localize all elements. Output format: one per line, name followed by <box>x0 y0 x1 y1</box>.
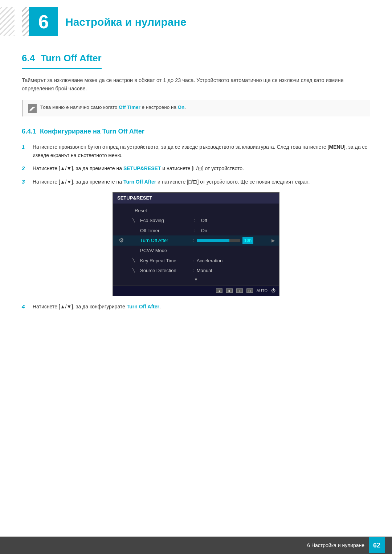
note-icon <box>28 104 37 113</box>
header-stripe-decoration <box>0 7 15 36</box>
osd-btn-enter: ⊡ <box>246 288 253 293</box>
osd-branch-source: ╲ <box>132 267 135 274</box>
osd-title: SETUP&RESET <box>113 193 279 204</box>
osd-rows-wrapper: Reset ╲ Eco Saving : Off <box>113 206 279 283</box>
step-4-number: 4 <box>22 303 33 311</box>
step-1-text: Натиснете произволен бутон отпред на уст… <box>33 143 370 159</box>
step-3: 3 Натиснете [▲/▼], за да преминете на Tu… <box>22 178 370 186</box>
step-2: 2 Натиснете [▲/▼], за да преминете на SE… <box>22 164 370 173</box>
note-text-end: . <box>184 104 186 110</box>
intro-paragraph: Таймерът за изключване може да се настро… <box>22 76 370 93</box>
section-number: 6.4 <box>22 53 35 63</box>
osd-row-off-timer: Off Timer : On <box>113 226 279 236</box>
osd-value-eco-saving: Off <box>201 217 207 224</box>
note-text-before: Това меню е налично само когато <box>40 104 119 110</box>
osd-gear-indicator: ⚙ <box>119 236 124 245</box>
osd-arrow-right: ▶ <box>271 237 275 244</box>
osd-progress-container: 10h <box>197 237 254 244</box>
step-3-text: Натиснете [▲/▼], за да преминете на Turn… <box>33 178 310 186</box>
subsection-number: 6.4.1 <box>22 128 36 135</box>
osd-row-source-detection: ╲ Source Detection : Manual <box>113 266 279 276</box>
main-content: 6.4Turn Off After Таймерът за изключване… <box>0 51 392 311</box>
osd-label-key-repeat: Key Repeat Time <box>140 257 191 264</box>
osd-btn-plus: ＋ <box>236 288 243 293</box>
step-2-bold: SETUP&RESET <box>123 165 161 171</box>
note-highlight-on: On <box>178 104 185 110</box>
osd-label-reset: Reset <box>135 207 185 214</box>
osd-btn-power: ⏻ <box>271 287 275 294</box>
note-text: Това меню е налично само когато Off Time… <box>40 104 186 111</box>
subsection-title-text: Конфигуриране на Turn Off After <box>40 128 144 135</box>
section-title-text: Turn Off After <box>41 53 102 63</box>
osd-progress-label: 10h <box>242 237 254 244</box>
chapter-number: 6 <box>38 8 49 36</box>
osd-label-pcav-mode: PC/AV Mode <box>140 247 191 254</box>
osd-row-pcav-mode: PC/AV Mode <box>113 246 279 256</box>
step-3-number: 3 <box>22 178 33 186</box>
step-4-bold: Turn Off After <box>127 304 159 309</box>
subsection-title: 6.4.1 Конфигуриране на Turn Off After <box>22 127 370 136</box>
chapter-title: Настройка и нулиране <box>65 14 186 30</box>
section-title: 6.4Turn Off After <box>22 51 102 69</box>
osd-value-key-repeat: Acceleration <box>197 257 223 264</box>
step-1-bold: MENU <box>329 144 344 150</box>
osd-row-key-repeat: ╲ Key Repeat Time : Acceleration <box>113 256 279 266</box>
note-text-middle: е настроено на <box>140 104 178 110</box>
steps-list: 1 Натиснете произволен бутон отпред на у… <box>22 143 370 311</box>
osd-branch-key: ╲ <box>132 257 135 264</box>
osd-label-eco-saving: Eco Saving <box>140 217 191 224</box>
note-highlight-off-timer: Off Timer <box>119 104 140 110</box>
footer-page-number: 62 <box>369 537 385 553</box>
osd-progress-fill <box>197 239 229 242</box>
osd-value-source-detection: Manual <box>197 267 212 274</box>
step-1: 1 Натиснете произволен бутон отпред на у… <box>22 143 370 159</box>
osd-btn-minus: ■ <box>226 288 233 293</box>
osd-more-indicator: ▼ <box>113 276 279 283</box>
osd-menu: SETUP&RESET Reset ╲ Eco Savin <box>113 192 279 296</box>
osd-label-source-detection: Source Detection <box>140 267 191 274</box>
osd-value-off-timer: On <box>201 227 207 234</box>
step-1-number: 1 <box>22 143 33 151</box>
pencil-icon <box>29 105 36 112</box>
osd-btn-auto: AUTO <box>257 288 268 294</box>
osd-branch-eco: ╲ <box>132 217 135 224</box>
page-footer: 6 Настройка и нулиране 62 <box>0 537 392 554</box>
osd-label-off-timer: Off Timer <box>140 227 191 234</box>
step-2-text: Натиснете [▲/▼], за да преминете на SETU… <box>33 164 244 172</box>
footer-chapter-text: 6 Настройка и нулиране <box>307 542 364 549</box>
step-4-text: Натиснете [▲/▼], за да конфигурирате Tur… <box>33 303 161 311</box>
osd-progress-bar <box>197 239 240 242</box>
chapter-number-box: 6 <box>29 7 58 36</box>
osd-toolbar: ◄ ■ ＋ ⊡ AUTO ⏻ <box>113 285 279 296</box>
osd-row-reset: Reset <box>113 206 279 216</box>
osd-label-turn-off-after: Turn Off After <box>140 237 191 244</box>
step-3-bold: Turn Off After <box>123 179 156 185</box>
osd-screenshot-container: SETUP&RESET Reset ╲ Eco Savin <box>22 192 370 296</box>
osd-row-turn-off-after: ⚙ Turn Off After : 10h ▶ <box>113 235 279 246</box>
osd-btn-back: ◄ <box>216 288 222 293</box>
page-header: 6 Настройка и нулиране <box>0 0 392 40</box>
step-2-number: 2 <box>22 164 33 173</box>
step-4: 4 Натиснете [▲/▼], за да конфигурирате T… <box>22 303 370 311</box>
osd-body: Reset ╲ Eco Saving : Off <box>113 204 279 286</box>
osd-row-eco-saving: ╲ Eco Saving : Off <box>113 216 279 226</box>
note-box: Това меню е налично само когато Off Time… <box>22 100 370 116</box>
